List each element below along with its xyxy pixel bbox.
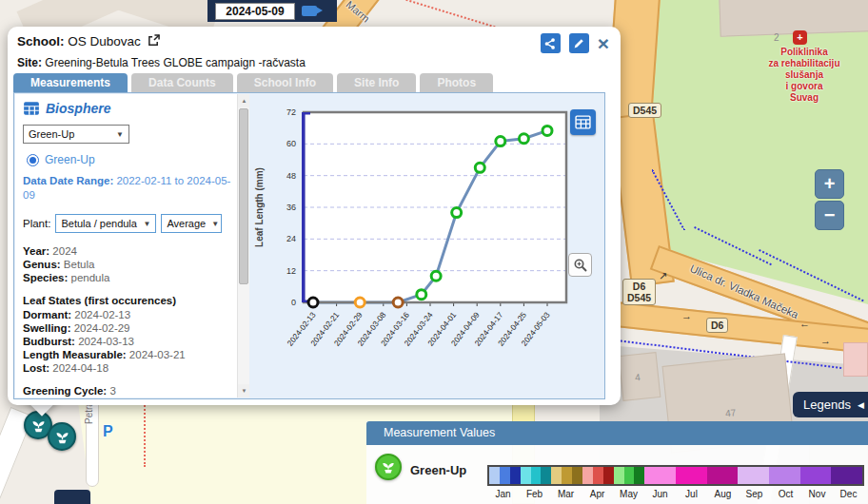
- building-number: 47: [725, 407, 737, 418]
- site-title: Site: Greening-Betula Trees GLOBE campai…: [17, 56, 306, 69]
- scroll-down-icon[interactable]: ▼: [238, 384, 249, 397]
- data-date-range: Data Date Range: 2022-02-11 to 2024-05-0…: [23, 174, 234, 203]
- detail-value: Betula: [64, 259, 95, 270]
- video-camera-icon[interactable]: [302, 6, 317, 16]
- map-path-red: [144, 402, 146, 467]
- external-link-icon[interactable]: [148, 34, 160, 47]
- data-point-marker[interactable]: [308, 298, 318, 307]
- table-icon: [575, 114, 591, 130]
- data-point-marker[interactable]: [417, 290, 426, 300]
- chevron-down-icon: ▼: [116, 130, 124, 139]
- color-shade: [562, 467, 572, 484]
- stat-select[interactable]: Average▼: [161, 214, 222, 233]
- leaf-state-row: Dormant: 2024-02-13: [23, 308, 234, 321]
- edit-button[interactable]: [569, 33, 589, 53]
- color-shade: [551, 467, 562, 484]
- tab-school-info[interactable]: School Info: [237, 73, 333, 92]
- share-icon: [543, 37, 557, 50]
- date-display[interactable]: 2024-05-09: [215, 3, 295, 20]
- road-arrow-icon: ↗: [659, 270, 667, 282]
- svg-text:0: 0: [291, 298, 296, 307]
- detail-value: 2024: [52, 245, 77, 257]
- popup-tabs: Measurements Data Counts School Info Sit…: [13, 73, 493, 92]
- scrollbar-thumb[interactable]: [239, 108, 248, 284]
- chart-zoom-button[interactable]: [568, 253, 592, 277]
- tab-data-counts[interactable]: Data Counts: [131, 73, 233, 92]
- green-up-radio[interactable]: [27, 154, 39, 166]
- detail-row: Genus: Betula: [23, 258, 234, 271]
- building-number: 4: [635, 372, 641, 383]
- school-name: OS Dubovac: [68, 34, 141, 48]
- scroll-up-icon[interactable]: ▲: [238, 94, 249, 107]
- leaf-state-row: Lost: 2024-04-18: [23, 361, 234, 375]
- protocol-select[interactable]: Green-Up▼: [23, 125, 129, 144]
- road-arrow-icon: →: [820, 335, 831, 346]
- svg-text:60: 60: [286, 139, 296, 148]
- month-label: Jan: [487, 489, 519, 499]
- month-swatch: [614, 467, 645, 484]
- plant-select[interactable]: Betula / pendula▼: [55, 214, 156, 233]
- leaf-length-chart: 01224364860722024-02-132024-02-212024-02…: [250, 95, 604, 399]
- data-point-marker[interactable]: [355, 298, 365, 307]
- color-shade: [624, 467, 635, 484]
- stat-select-value: Average: [167, 218, 206, 229]
- protocol-select-value: Green-Up: [29, 128, 74, 140]
- leaf-state-label: Length Measurable:: [23, 349, 127, 360]
- month-label: Aug: [707, 489, 739, 499]
- detail-label: Species:: [23, 272, 68, 283]
- data-point-marker[interactable]: [393, 298, 403, 307]
- color-shade: [800, 467, 832, 484]
- legends-button[interactable]: Legends ◀: [793, 392, 868, 417]
- month-swatch: [489, 467, 521, 484]
- color-shade: [831, 467, 862, 484]
- month-label: May: [613, 489, 644, 499]
- color-shade: [521, 467, 531, 484]
- data-point-marker[interactable]: [519, 134, 528, 144]
- detail-label: Genus:: [23, 259, 61, 270]
- leaf-state-value: 2024-03-13: [78, 336, 134, 347]
- share-button[interactable]: [541, 33, 561, 53]
- svg-text:48: 48: [286, 171, 296, 181]
- leaf-state-value: 2024-04-18: [52, 362, 108, 374]
- green-up-legend-icon: [375, 454, 402, 480]
- color-shade: [531, 467, 542, 484]
- tab-measurements[interactable]: Measurements: [13, 73, 128, 92]
- road-badge-d6: D6: [706, 318, 728, 333]
- data-point-marker[interactable]: [496, 137, 505, 146]
- sprout-icon: [380, 458, 397, 475]
- color-shade: [738, 467, 769, 484]
- month-label: Nov: [801, 489, 833, 499]
- badge-line: D545: [627, 292, 651, 303]
- greening-cycle-value: 3: [109, 385, 115, 397]
- leaf-state-value: 2024-02-29: [74, 322, 130, 334]
- data-point-marker[interactable]: [431, 271, 441, 281]
- tab-site-info[interactable]: Site Info: [337, 73, 416, 92]
- detail-row: Year: 2024: [23, 244, 234, 258]
- show-data-table-button[interactable]: [570, 109, 596, 135]
- color-shade: [489, 467, 500, 484]
- site-popup: School: OS Dubovac × Site: Greening-Betu…: [8, 27, 621, 405]
- month-label: Feb: [519, 489, 550, 499]
- zoom-out-button[interactable]: −: [815, 201, 844, 230]
- data-point-marker[interactable]: [452, 208, 462, 218]
- site-marker-green-up[interactable]: [48, 422, 76, 451]
- month-swatch: [707, 467, 739, 484]
- green-up-legend-label: Green-Up: [410, 463, 466, 477]
- sprout-icon: [30, 417, 48, 435]
- school-title: School: OS Dubovac: [17, 34, 160, 48]
- close-icon[interactable]: ×: [598, 35, 609, 52]
- leaf-state-value: 2024-03-21: [129, 349, 186, 360]
- leaf-state-label: Swelling:: [23, 322, 70, 334]
- tab-photos[interactable]: Photos: [420, 73, 493, 92]
- zoom-in-button[interactable]: +: [815, 169, 844, 199]
- color-shade: [593, 467, 603, 484]
- data-point-marker[interactable]: [475, 163, 484, 172]
- pencil-icon: [572, 37, 585, 50]
- poi-name-line: Suvag: [749, 92, 859, 104]
- panel-scrollbar[interactable]: ▲ ▼: [237, 94, 249, 397]
- svg-text:12: 12: [286, 266, 296, 276]
- data-point-marker[interactable]: [542, 126, 552, 135]
- data-date-range-label: Data Date Range:: [23, 175, 113, 186]
- map-building-pink: [843, 342, 868, 377]
- color-shade: [634, 467, 644, 484]
